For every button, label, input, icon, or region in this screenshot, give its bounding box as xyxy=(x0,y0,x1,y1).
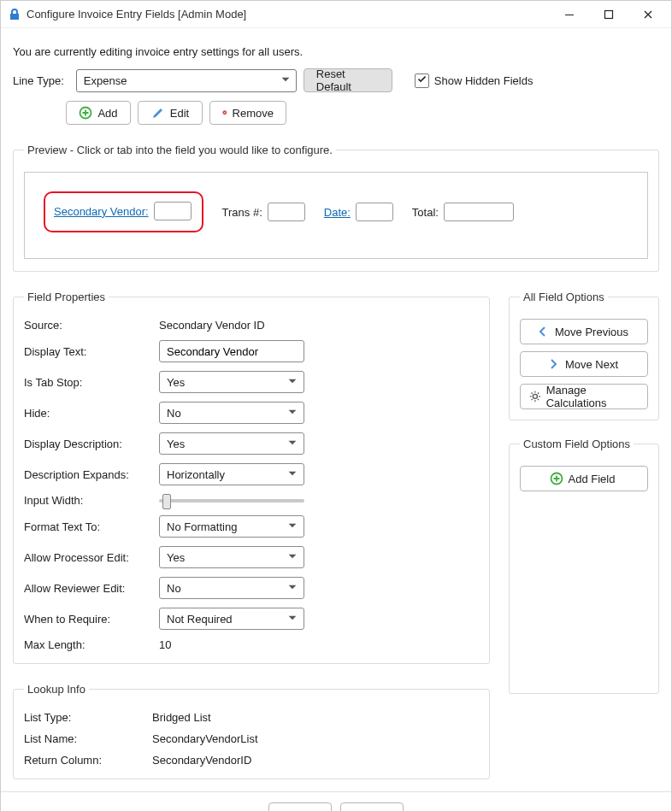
display-text-input[interactable] xyxy=(159,340,304,362)
max-len-value: 10 xyxy=(159,638,479,651)
lock-icon xyxy=(8,8,21,21)
chevron-down-icon xyxy=(286,612,298,626)
display-desc-select[interactable]: Yes xyxy=(159,432,304,455)
return-col-value: SecondaryVendorID xyxy=(152,754,479,767)
display-text-label: Display Text: xyxy=(24,345,152,358)
preview-secondary-vendor-input[interactable] xyxy=(154,202,192,220)
svg-point-4 xyxy=(533,394,537,398)
preview-total-input[interactable] xyxy=(444,203,514,221)
hide-select[interactable]: No xyxy=(159,402,304,424)
desc-expands-select[interactable]: Horizontally xyxy=(159,463,304,485)
chevron-left-icon xyxy=(536,325,550,338)
window-buttons xyxy=(550,1,668,28)
field-properties-legend: Field Properties xyxy=(24,291,109,303)
format-label: Format Text To: xyxy=(24,520,152,533)
preview-total-label[interactable]: Total: xyxy=(412,206,439,219)
line-type-value: Expense xyxy=(84,74,127,87)
preview-secondary-vendor-group: Secondary Vendor: xyxy=(54,202,192,220)
chevron-right-icon xyxy=(546,357,560,371)
preview-transnum-input[interactable] xyxy=(268,203,305,221)
rev-edit-select[interactable]: No xyxy=(159,577,304,599)
preview-date-label[interactable]: Date: xyxy=(324,206,351,219)
custom-field-options-buttons: Add Field xyxy=(520,466,648,491)
custom-field-options-legend: Custom Field Options xyxy=(520,438,634,450)
manage-calculations-button[interactable]: Manage Calculations xyxy=(520,384,648,409)
preview-inner: Secondary Vendor: Trans #: Date: Total: xyxy=(24,172,648,259)
slider-track xyxy=(159,499,304,502)
svg-rect-1 xyxy=(605,10,613,18)
proc-edit-select[interactable]: Yes xyxy=(159,546,304,568)
tab-stop-select[interactable]: Yes xyxy=(159,371,304,393)
slider-thumb[interactable] xyxy=(162,494,171,509)
rev-edit-label: Allow Reviewer Edit: xyxy=(24,582,152,595)
minimize-button[interactable] xyxy=(550,1,589,28)
chevron-down-icon xyxy=(286,375,298,390)
field-properties-fieldset: Field Properties Source: Secondary Vendo… xyxy=(13,291,490,664)
preview-legend: Preview - Click or tab into the field yo… xyxy=(24,144,336,156)
add-button[interactable]: Add xyxy=(66,101,131,125)
add-field-button[interactable]: Add Field xyxy=(520,466,648,491)
chevron-down-icon xyxy=(286,550,298,565)
preview-secondary-vendor-label[interactable]: Secondary Vendor: xyxy=(54,205,149,218)
svg-rect-0 xyxy=(565,15,574,15)
max-len-label: Max Length: xyxy=(24,638,152,651)
close-button[interactable] xyxy=(628,1,668,28)
preview-transnum-label[interactable]: Trans #: xyxy=(222,206,262,219)
line-type-row: Line Type: Expense Reset Default xyxy=(13,68,659,92)
line-type-select[interactable]: Expense xyxy=(76,69,297,92)
check-icon xyxy=(416,73,427,87)
source-label: Source: xyxy=(24,319,152,332)
maximize-button[interactable] xyxy=(589,1,628,28)
format-select[interactable]: No Formatting xyxy=(159,515,304,538)
field-properties-grid: Source: Secondary Vendor ID Display Text… xyxy=(24,319,479,651)
chevron-down-icon xyxy=(280,73,292,88)
tab-stop-label: Is Tab Stop: xyxy=(24,376,152,389)
chevron-down-icon xyxy=(286,520,298,534)
preview-transnum-group: Trans #: xyxy=(222,203,305,221)
preview-date-group: Date: xyxy=(324,203,393,221)
when-req-select[interactable]: Not Required xyxy=(159,608,304,630)
list-type-label: List Type: xyxy=(24,711,152,724)
preview-fieldset: Preview - Click or tab into the field yo… xyxy=(13,144,659,272)
preview-date-input[interactable] xyxy=(356,203,393,221)
input-width-slider[interactable] xyxy=(159,499,304,502)
desc-expands-label: Description Expands: xyxy=(24,468,152,481)
when-req-label: When to Require: xyxy=(24,613,152,626)
all-field-options-fieldset: All Field Options Move Previous xyxy=(509,291,659,420)
ok-button[interactable]: OK xyxy=(268,802,332,811)
input-width-label: Input Width: xyxy=(24,494,152,507)
move-next-button[interactable]: Move Next xyxy=(520,351,648,377)
intro-text: You are currently editing invoice entry … xyxy=(13,45,659,58)
list-type-value: Bridged List xyxy=(152,711,479,724)
lookup-info-fieldset: Lookup Info List Type: Bridged List List… xyxy=(13,683,490,779)
preview-total-group: Total: xyxy=(412,203,514,221)
content-area: You are currently editing invoice entry … xyxy=(1,28,671,791)
right-column: All Field Options Move Previous xyxy=(509,291,659,779)
plus-circle-icon xyxy=(550,472,563,485)
pencil-icon xyxy=(151,106,165,120)
all-field-options-buttons: Move Previous Move Next Ma xyxy=(520,319,648,409)
custom-field-options-fieldset: Custom Field Options Add Field xyxy=(509,438,659,694)
chevron-down-icon xyxy=(286,581,298,596)
lookup-legend: Lookup Info xyxy=(24,683,89,696)
list-name-label: List Name: xyxy=(24,732,152,745)
show-hidden-checkbox[interactable]: Show Hidden Fields xyxy=(415,73,533,88)
line-type-label: Line Type: xyxy=(13,74,64,87)
hide-label: Hide: xyxy=(24,407,152,420)
lookup-grid: List Type: Bridged List List Name: Secon… xyxy=(24,711,479,767)
return-col-label: Return Column: xyxy=(24,754,152,767)
edit-button[interactable]: Edit xyxy=(138,101,203,125)
chevron-down-icon xyxy=(286,467,298,482)
cancel-button[interactable]: Cancel xyxy=(340,802,404,811)
list-name-value: SecondaryVendorList xyxy=(152,732,479,745)
window-title: Configure Invoice Entry Fields [Admin Mo… xyxy=(27,8,550,21)
titlebar: Configure Invoice Entry Fields [Admin Mo… xyxy=(1,1,671,28)
gear-icon xyxy=(529,390,541,403)
show-hidden-label: Show Hidden Fields xyxy=(434,74,533,87)
proc-edit-label: Allow Processor Edit: xyxy=(24,551,152,564)
reset-default-button[interactable]: Reset Default xyxy=(304,68,392,92)
remove-button[interactable]: Remove xyxy=(209,101,286,125)
move-previous-button[interactable]: Move Previous xyxy=(520,319,648,344)
source-value: Secondary Vendor ID xyxy=(159,319,479,332)
dialog-footer: OK Cancel xyxy=(1,791,671,811)
